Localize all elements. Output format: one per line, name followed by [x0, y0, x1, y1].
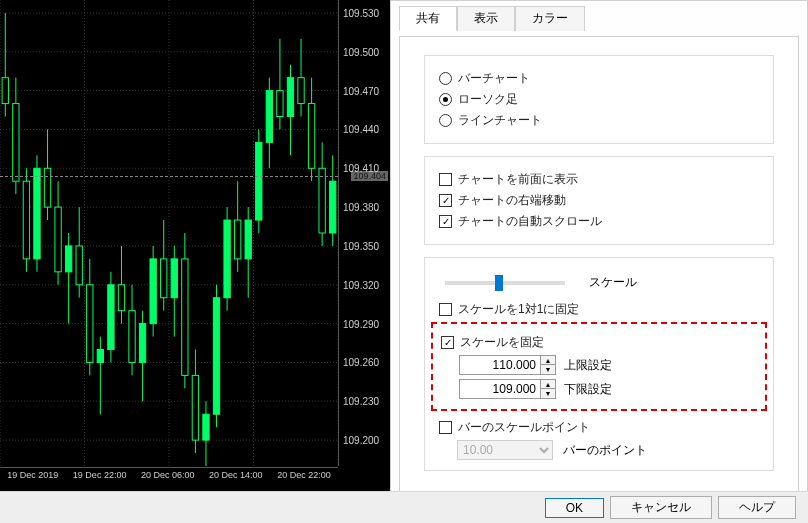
upper-limit-label: 上限設定	[564, 357, 612, 374]
svg-rect-24	[34, 168, 40, 259]
checkbox-chart-shift[interactable]	[439, 194, 452, 207]
fixed-scale-highlight: スケールを固定 ▲ ▼ 上限設定 ▲ ▼	[431, 322, 767, 411]
label-chart-shift: チャートの右端移動	[458, 192, 566, 209]
svg-rect-54	[192, 375, 198, 440]
candlestick-chart: 109.404 109.530109.500109.470109.440109.…	[0, 0, 390, 497]
svg-rect-66	[256, 142, 262, 220]
svg-rect-52	[182, 259, 188, 376]
label-bar-chart: バーチャート	[458, 70, 530, 87]
svg-rect-38	[108, 285, 114, 350]
svg-rect-32	[76, 246, 82, 285]
svg-rect-74	[298, 78, 304, 104]
svg-rect-64	[245, 220, 251, 259]
label-chart-autoscroll: チャートの自動スクロール	[458, 213, 602, 230]
bar-point-label: バーのポイント	[563, 442, 647, 459]
scale-slider[interactable]	[445, 281, 565, 285]
svg-rect-70	[277, 91, 283, 117]
svg-rect-20	[13, 104, 19, 182]
label-chart-foreground: チャートを前面に表示	[458, 171, 578, 188]
lower-limit-up-icon[interactable]: ▲	[541, 380, 555, 389]
svg-rect-60	[224, 220, 230, 298]
svg-rect-48	[161, 259, 167, 298]
svg-rect-62	[234, 220, 240, 259]
ok-button[interactable]: OK	[545, 498, 604, 518]
label-candlestick: ローソク足	[458, 91, 518, 108]
tab-share[interactable]: 共有	[399, 6, 457, 31]
svg-rect-22	[23, 181, 29, 259]
svg-rect-30	[65, 246, 71, 272]
svg-rect-36	[97, 350, 103, 363]
checkbox-chart-autoscroll[interactable]	[439, 215, 452, 228]
svg-rect-42	[129, 311, 135, 363]
label-fix-scale: スケールを固定	[460, 334, 544, 351]
chart-type-group: バーチャート ローソク足 ラインチャート	[424, 55, 774, 144]
svg-rect-78	[319, 168, 325, 233]
upper-limit-input[interactable]	[459, 355, 541, 375]
tab-color[interactable]: カラー	[515, 6, 585, 31]
bar-point-select[interactable]: 10.00	[457, 440, 553, 460]
label-line-chart: ラインチャート	[458, 112, 542, 129]
svg-rect-56	[203, 414, 209, 440]
svg-rect-80	[330, 181, 336, 233]
dialog-footer: OK キャンセル ヘルプ	[0, 491, 808, 523]
svg-rect-44	[139, 324, 145, 363]
radio-bar-chart[interactable]	[439, 72, 452, 85]
help-button[interactable]: ヘルプ	[718, 496, 796, 519]
scale-slider-thumb[interactable]	[495, 275, 503, 291]
upper-limit-down-icon[interactable]: ▼	[541, 365, 555, 374]
svg-rect-18	[2, 78, 8, 104]
settings-panel: 共有 表示 カラー バーチャート ローソク足 ラインチャート チャートを前面に表…	[390, 0, 808, 497]
svg-rect-76	[308, 104, 314, 169]
scale-group: スケール スケールを1対1に固定 スケールを固定 ▲ ▼ 上限設定	[424, 257, 774, 471]
checkbox-bar-scale-point[interactable]	[439, 421, 452, 434]
svg-rect-34	[87, 285, 93, 363]
svg-rect-28	[55, 207, 61, 272]
upper-limit-up-icon[interactable]: ▲	[541, 356, 555, 365]
label-fix-1to1: スケールを1対1に固定	[458, 301, 579, 318]
svg-rect-26	[44, 168, 50, 207]
checkbox-chart-foreground[interactable]	[439, 173, 452, 186]
radio-line-chart[interactable]	[439, 114, 452, 127]
lower-limit-input[interactable]	[459, 379, 541, 399]
lower-limit-down-icon[interactable]: ▼	[541, 389, 555, 398]
display-group: チャートを前面に表示 チャートの右端移動 チャートの自動スクロール	[424, 156, 774, 245]
cancel-button[interactable]: キャンセル	[610, 496, 712, 519]
svg-rect-58	[213, 298, 219, 415]
lower-limit-label: 下限設定	[564, 381, 612, 398]
svg-rect-68	[266, 91, 272, 143]
checkbox-fix-scale[interactable]	[441, 336, 454, 349]
svg-rect-46	[150, 259, 156, 324]
label-bar-scale-point: バーのスケールポイント	[458, 419, 590, 436]
tab-view[interactable]: 表示	[457, 6, 515, 31]
svg-rect-40	[118, 285, 124, 311]
svg-rect-72	[287, 78, 293, 117]
radio-candlestick[interactable]	[439, 93, 452, 106]
checkbox-fix-1to1[interactable]	[439, 303, 452, 316]
scale-label: スケール	[589, 274, 637, 291]
svg-rect-50	[171, 259, 177, 298]
